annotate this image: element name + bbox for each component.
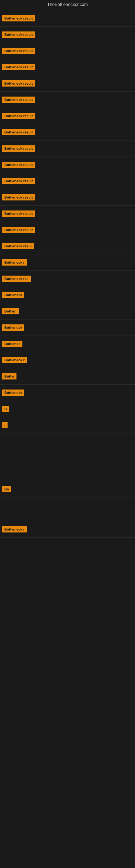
bottleneck-badge: Bottleneck result bbox=[2, 64, 35, 70]
bottleneck-badge: Bottleneck result bbox=[2, 113, 35, 119]
bottleneck-badge: Bottleneck bbox=[2, 292, 24, 298]
bottleneck-item: | bbox=[0, 417, 135, 433]
bottleneck-badge: Bottle bbox=[2, 373, 16, 379]
bottleneck-badge: Bottleneck r bbox=[2, 357, 27, 363]
bottleneck-badge: Bottleneck result bbox=[2, 227, 35, 233]
bottleneck-badge: Bottleneck res bbox=[2, 276, 31, 282]
bottleneck-item: Bottle bbox=[0, 368, 135, 384]
bottleneck-badge: Bottleneck result bbox=[2, 80, 35, 87]
bottleneck-badge: Bottleneck result bbox=[2, 129, 35, 135]
bottleneck-item: Bottleneck r bbox=[0, 254, 135, 271]
bottleneck-badge: Bottleneck bbox=[2, 390, 24, 396]
bottleneck-item: Bottleneck result bbox=[0, 92, 135, 108]
bottleneck-item: Bottleneck result bbox=[0, 189, 135, 206]
bottleneck-item: Bottleneck bbox=[0, 384, 135, 401]
bottleneck-item: Bottleneck bbox=[0, 287, 135, 303]
bottleneck-item: Bottleneck result bbox=[0, 10, 135, 27]
bottleneck-badge: B bbox=[2, 406, 9, 412]
bottleneck-item: Bottleneck result bbox=[0, 108, 135, 124]
bottleneck-item: Bottleneck resul bbox=[0, 238, 135, 254]
items-list: Bottleneck resultBottleneck resultBottle… bbox=[0, 10, 135, 609]
bottleneck-badge: Bo bbox=[2, 486, 11, 492]
bottleneck-badge: Bottleneck result bbox=[2, 15, 35, 22]
bottleneck-item: Bo bbox=[0, 481, 135, 497]
bottleneck-badge: Bottleneck result bbox=[2, 194, 35, 200]
bottleneck-item: Bottleneck result bbox=[0, 157, 135, 173]
bottleneck-item: Bottleneck bbox=[0, 319, 135, 336]
empty-row bbox=[0, 585, 135, 609]
bottleneck-badge: Bottleneck bbox=[2, 324, 24, 331]
empty-row bbox=[0, 561, 135, 585]
empty-row bbox=[0, 538, 135, 561]
bottleneck-item: Bottleneck res bbox=[0, 271, 135, 287]
bottleneck-item: Bottlenec bbox=[0, 336, 135, 352]
empty-row bbox=[0, 457, 135, 481]
bottleneck-item: Bottleneck result bbox=[0, 173, 135, 189]
bottleneck-badge: Bottlenec bbox=[2, 341, 22, 347]
bottleneck-badge: Bottleneck r bbox=[2, 259, 27, 266]
bottleneck-badge: Bottleneck result bbox=[2, 97, 35, 103]
bottleneck-item: Bottlen bbox=[0, 303, 135, 319]
bottleneck-item: Bottleneck result bbox=[0, 75, 135, 92]
bottleneck-item: Bottleneck result bbox=[0, 222, 135, 238]
bottleneck-badge: Bottleneck result bbox=[2, 211, 35, 217]
page-container: TheBottlenecker.com Bottleneck resultBot… bbox=[0, 0, 135, 868]
bottleneck-item: Bottleneck result bbox=[0, 124, 135, 141]
bottleneck-badge: Bottleneck result bbox=[2, 178, 35, 184]
site-title: TheBottlenecker.com bbox=[0, 0, 135, 10]
bottleneck-item: Bottleneck result bbox=[0, 59, 135, 75]
bottleneck-item: Bottleneck r bbox=[0, 521, 135, 538]
bottleneck-badge: Bottleneck resul bbox=[2, 243, 34, 249]
bottleneck-badge: Bottleneck result bbox=[2, 48, 35, 54]
bottleneck-badge: Bottleneck result bbox=[2, 162, 35, 168]
bottleneck-item: Bottleneck result bbox=[0, 141, 135, 157]
bottleneck-item: Bottleneck result bbox=[0, 206, 135, 222]
bottleneck-badge: | bbox=[2, 422, 8, 428]
bottleneck-badge: Bottlen bbox=[2, 308, 18, 314]
bottleneck-item: Bottleneck r bbox=[0, 352, 135, 368]
empty-row bbox=[0, 433, 135, 457]
bottleneck-badge: Bottleneck r bbox=[2, 526, 27, 532]
bottleneck-item: B bbox=[0, 401, 135, 417]
bottleneck-badge: Bottleneck result bbox=[2, 145, 35, 152]
bottleneck-badge: Bottleneck result bbox=[2, 31, 35, 38]
empty-row bbox=[0, 497, 135, 521]
bottleneck-item: Bottleneck result bbox=[0, 27, 135, 43]
bottleneck-item: Bottleneck result bbox=[0, 43, 135, 59]
